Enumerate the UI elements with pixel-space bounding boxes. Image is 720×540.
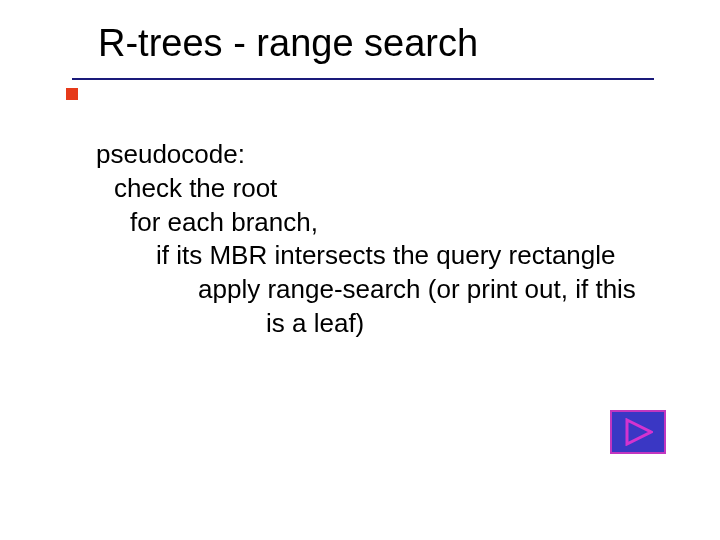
title-underline xyxy=(72,78,654,80)
body-text: pseudocode: check the root for each bran… xyxy=(96,138,680,341)
pseudocode-line: pseudocode: xyxy=(96,138,680,172)
pseudocode-line: for each branch, xyxy=(96,206,680,240)
accent-square xyxy=(66,88,78,100)
pseudocode-line: is a leaf) xyxy=(96,307,680,341)
pseudocode-line: apply range-search (or print out, if thi… xyxy=(96,273,680,307)
pseudocode-line: check the root xyxy=(96,172,680,206)
pseudocode-line: if its MBR intersects the query rectangl… xyxy=(96,239,680,273)
play-icon xyxy=(623,418,653,446)
slide: R-trees - range search pseudocode: check… xyxy=(0,0,720,540)
slide-title: R-trees - range search xyxy=(98,22,478,65)
play-button[interactable] xyxy=(610,410,666,454)
svg-marker-0 xyxy=(627,420,651,444)
